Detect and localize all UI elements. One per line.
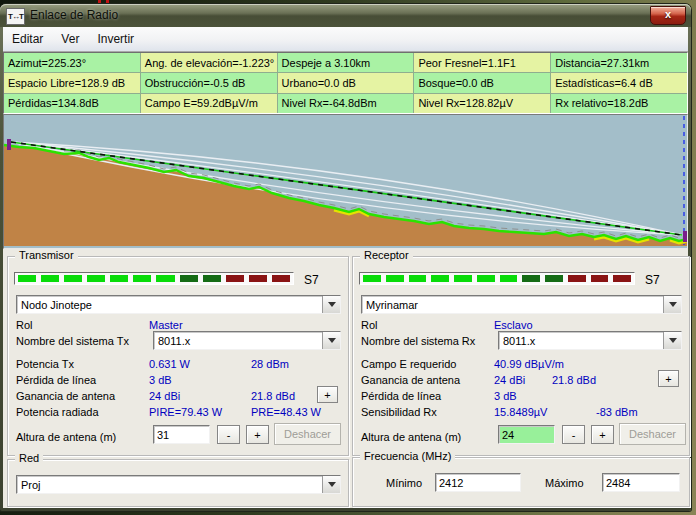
signal-segment	[156, 275, 174, 282]
signal-segment	[87, 275, 105, 282]
tx-antenna-height-label: Altura de antena (m)	[16, 431, 116, 443]
rx-height-minus-button[interactable]: -	[562, 425, 585, 444]
profile-svg	[4, 115, 687, 246]
rx-antenna-gain-plus-button[interactable]: +	[658, 370, 679, 387]
signal-segment	[272, 275, 290, 282]
network-legend: Red	[15, 452, 43, 464]
signal-segment	[613, 275, 631, 282]
status-cell: Nivel Rx=-64.8dBm	[278, 94, 414, 113]
tx-node-combo[interactable]: Nodo Jinotepe	[16, 295, 341, 314]
frequency-max-input[interactable]	[602, 473, 680, 492]
status-cell: Bosque=0.0 dB	[414, 73, 550, 92]
menu-editar[interactable]: Editar	[3, 29, 52, 49]
tx-system-label: Nombre del sistema Tx	[16, 335, 129, 347]
status-cell: Peor Fresnel=1.1F1	[414, 53, 550, 72]
tx-rol-label: Rol	[16, 319, 33, 331]
dropdown-arrow-icon[interactable]	[663, 332, 681, 349]
tx-height-plus-button[interactable]: +	[246, 425, 269, 444]
transmitter-legend: Transmisor	[15, 249, 78, 261]
rx-node-value: Myrinamar	[362, 299, 663, 311]
rx-row-value: 21.8 dBd	[552, 374, 596, 386]
signal-segment	[110, 275, 128, 282]
signal-segment	[41, 275, 59, 282]
network-group: Red Proj	[7, 459, 349, 507]
signal-segment	[386, 275, 404, 282]
frequency-legend: Frecuencia (MHz)	[360, 450, 455, 462]
rx-antenna-height-label: Altura de antena (m)	[361, 431, 461, 443]
network-value: Proj	[17, 479, 322, 491]
signal-segment	[226, 275, 244, 282]
network-combo[interactable]: Proj	[16, 475, 341, 494]
tx-row-value: PRE=48.43 W	[251, 406, 321, 418]
menu-invertir[interactable]: Invertir	[88, 29, 143, 49]
rx-row-label: Campo E requerido	[361, 358, 456, 370]
signal-segment	[409, 275, 427, 282]
tx-rol-value: Master	[149, 319, 183, 331]
signal-segment	[477, 275, 495, 282]
tx-row-value: 28 dBm	[251, 358, 289, 370]
app-icon: T↔T	[6, 8, 25, 25]
close-button[interactable]: x	[650, 6, 686, 25]
rx-system-combo[interactable]: 8011.x	[498, 331, 682, 350]
tx-row-value: 3 dB	[149, 374, 172, 386]
status-cell: Urbano=0.0 dB	[278, 73, 414, 92]
frequency-max-label: Máximo	[545, 477, 584, 489]
tx-row-value: PIRE=79.43 W	[149, 406, 222, 418]
client-area: Editar Ver Invertir Azimut=225.23°Ang. d…	[3, 27, 688, 508]
status-cell: Obstrucción=-0.5 dB	[141, 73, 277, 92]
rx-antenna-height-input[interactable]	[498, 425, 555, 444]
tx-antenna-gain-plus-button[interactable]: +	[317, 386, 338, 403]
receiver-legend: Receptor	[360, 249, 413, 261]
rx-system-value: 8011.x	[499, 335, 663, 347]
frequency-min-input[interactable]	[435, 473, 521, 492]
receiver-group: Receptor S7 Myrinamar Rol Esclavo Nombre…	[352, 256, 690, 456]
rx-rol-value: Esclavo	[494, 319, 533, 331]
rx-row-label: Sensibilidad Rx	[361, 406, 437, 418]
dropdown-arrow-icon[interactable]	[663, 296, 681, 313]
transmitter-group: Transmisor S7 Nodo Jinotepe Rol Master N…	[7, 256, 349, 456]
status-cell: Campo E=59.2dBµV/m	[141, 94, 277, 113]
frequency-group: Frecuencia (MHz) Mínimo Máximo	[352, 457, 690, 507]
rx-system-label: Nombre del sistema Rx	[361, 335, 475, 347]
tx-row-label: Ganancia de antena	[16, 390, 115, 402]
signal-segment	[568, 275, 586, 282]
tx-signal-bar	[14, 272, 294, 285]
signal-segment	[363, 275, 381, 282]
tx-row-label: Potencia radiada	[16, 406, 99, 418]
dropdown-arrow-icon[interactable]	[322, 332, 340, 349]
signal-segment	[18, 275, 36, 282]
rx-row-value: 40.99 dBµV/m	[494, 358, 564, 370]
dropdown-arrow-icon[interactable]	[322, 296, 340, 313]
status-cell: Estadísticas=6.4 dB	[551, 73, 687, 92]
signal-segment	[249, 275, 267, 282]
rx-row-value: -83 dBm	[596, 406, 638, 418]
tx-row-value: 21.8 dBd	[251, 390, 295, 402]
signal-segment	[500, 275, 518, 282]
rx-row-label: Pérdida de línea	[361, 390, 441, 402]
tx-height-minus-button[interactable]: -	[217, 425, 240, 444]
status-cell: Azimut=225.23°	[4, 53, 140, 72]
status-cell: Distancia=27.31km	[551, 53, 687, 72]
desktop: T↔T Enlace de Radio x Editar Ver Inverti…	[0, 0, 696, 515]
tx-antenna-height-input[interactable]	[153, 425, 210, 444]
menubar: Editar Ver Invertir	[3, 27, 688, 52]
status-cell: Nivel Rx=128.82µV	[414, 94, 550, 113]
status-grid: Azimut=225.23°Ang. de elevación=-1.223°D…	[3, 52, 688, 114]
menu-ver[interactable]: Ver	[52, 29, 88, 49]
rx-height-plus-button[interactable]: +	[591, 425, 614, 444]
profile-chart[interactable]	[3, 114, 688, 249]
dropdown-arrow-icon[interactable]	[322, 476, 340, 493]
status-cell: Espacio Libre=128.9 dB	[4, 73, 140, 92]
signal-segment	[522, 275, 540, 282]
signal-segment	[591, 275, 609, 282]
rx-node-combo[interactable]: Myrinamar	[361, 295, 682, 314]
tx-system-combo[interactable]: 8011.x	[153, 331, 341, 350]
rx-row-value: 24 dBi	[494, 374, 525, 386]
status-cell: Pérdidas=134.8dB	[4, 94, 140, 113]
rx-signal-label: S7	[645, 273, 660, 287]
rx-undo-button[interactable]: Deshacer	[619, 423, 686, 445]
tx-undo-button[interactable]: Deshacer	[274, 423, 341, 445]
titlebar[interactable]: T↔T Enlace de Radio x	[0, 4, 691, 27]
signal-segment	[64, 275, 82, 282]
tx-row-label: Potencia Tx	[16, 358, 74, 370]
